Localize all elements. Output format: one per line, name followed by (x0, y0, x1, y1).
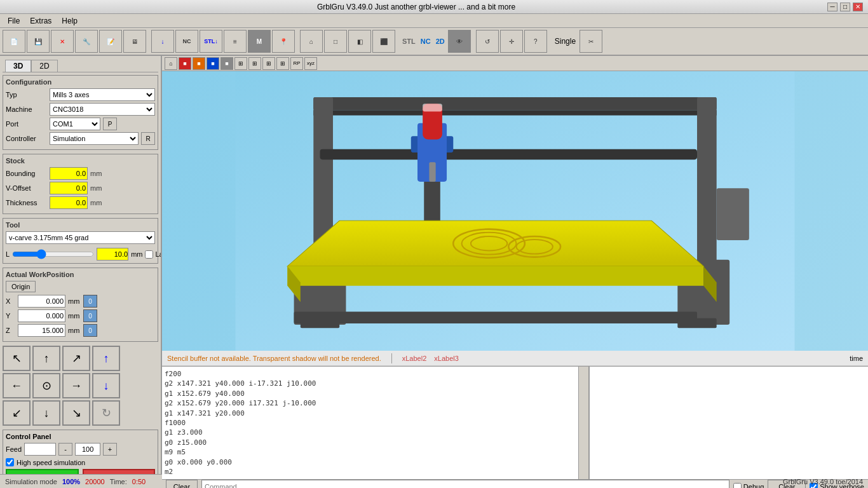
vt-grid3[interactable]: ⊞ (262, 57, 275, 70)
eye-button[interactable]: 👁 (448, 30, 471, 53)
z-zero-button[interactable]: 0 (83, 324, 97, 337)
x-zero-button[interactable]: 0 (83, 295, 97, 308)
vt-orange[interactable]: ■ (193, 57, 205, 70)
vt-grid1[interactable]: ⊞ (234, 57, 247, 70)
controller-select[interactable]: Simulation (50, 132, 139, 145)
jog-right[interactable]: → (62, 373, 90, 398)
lase-checkbox-label[interactable]: Lase (145, 250, 162, 259)
menu-file[interactable]: File (3, 15, 25, 27)
machine-label: Machine (6, 105, 47, 113)
reset-button[interactable]: ↺ (476, 30, 499, 53)
cam-button[interactable]: ⬛ (372, 30, 395, 53)
origin-button[interactable]: Origin (6, 281, 36, 292)
l-slider[interactable] (12, 249, 94, 259)
jog-downleft[interactable]: ↙ (3, 400, 31, 426)
maximize-button[interactable]: □ (840, 3, 850, 11)
vt-grid2[interactable]: ⊞ (248, 57, 261, 70)
thickness-input[interactable] (50, 196, 88, 209)
menu-extras[interactable]: Extras (25, 15, 57, 27)
start-button[interactable]: Start (6, 469, 79, 474)
feed-num-input[interactable] (75, 443, 100, 456)
z-unit: mm (68, 327, 81, 334)
vt-mode1[interactable]: RP (290, 57, 303, 70)
jog-upright[interactable]: ↗ (62, 346, 90, 371)
gcode-line: g2 x147.321 y40.000 i-17.321 j10.000 (165, 379, 576, 388)
jog-rotate[interactable]: ↻ (92, 400, 120, 426)
xlabel2[interactable]: xLabel2 (402, 355, 427, 362)
typ-select[interactable]: Mills 3 axes (50, 88, 155, 101)
high-speed-checkbox[interactable] (6, 458, 14, 466)
command-content[interactable] (590, 367, 868, 479)
menu-help[interactable]: Help (57, 15, 83, 27)
bounding-input[interactable] (50, 167, 88, 180)
question-button[interactable]: ? (524, 30, 547, 53)
pin-button[interactable]: 📍 (272, 30, 295, 53)
gcode-scrollbar[interactable] (578, 367, 588, 479)
arrow-down-button[interactable]: ↓ (151, 30, 174, 53)
stop-button[interactable]: Stop (83, 469, 156, 474)
new-button[interactable]: 📄 (3, 30, 25, 53)
close-button[interactable]: ✕ (853, 3, 863, 11)
gcode-content[interactable]: f200 g2 x147.321 y40.000 i-17.321 j10.00… (162, 367, 578, 479)
edit-button[interactable]: 📝 (99, 30, 122, 53)
box-button[interactable]: □ (324, 30, 347, 53)
surface-button[interactable]: ◧ (348, 30, 371, 53)
jog-center[interactable]: ⊙ (32, 373, 60, 398)
home-button[interactable]: ⌂ (300, 30, 323, 53)
command-area (588, 367, 868, 479)
p-button[interactable]: P (103, 118, 117, 130)
layers-button[interactable]: ≡ (224, 30, 247, 53)
wrench-button[interactable]: 🔧 (75, 30, 98, 53)
y-zero-button[interactable]: 0 (83, 309, 97, 322)
clear-gcode-button[interactable]: Clear (166, 480, 198, 488)
lase-checkbox[interactable] (145, 250, 153, 259)
view-3d[interactable] (162, 71, 868, 351)
feed-input[interactable] (24, 443, 56, 456)
vt-grid4[interactable]: ⊞ (276, 57, 289, 70)
jog-zdown[interactable]: ↓ (92, 373, 120, 398)
tab-2d[interactable]: 2D (31, 60, 57, 72)
jog-downright[interactable]: ↘ (62, 400, 90, 426)
minimize-button[interactable]: ─ (827, 3, 837, 11)
scissors-button[interactable]: ✂ (580, 30, 602, 53)
x-input[interactable] (18, 295, 65, 308)
xlabel3[interactable]: xLabel3 (434, 355, 459, 362)
feed-minus-button[interactable]: - (58, 443, 72, 456)
jog-upleft[interactable]: ↖ (3, 346, 31, 371)
mode-m-button[interactable]: M (248, 30, 271, 53)
r-button[interactable]: R (141, 132, 155, 145)
l-input[interactable] (97, 248, 128, 261)
feed-plus-button[interactable]: + (103, 443, 117, 456)
high-speed-label: High speed simulation (17, 459, 85, 466)
view-button[interactable]: 🖥 (123, 30, 146, 53)
x-label: X (6, 297, 15, 305)
stop-button[interactable]: ✕ (51, 30, 74, 53)
y-unit: mm (68, 312, 81, 320)
jog-down[interactable]: ↓ (32, 400, 60, 426)
stl-down-button[interactable]: STL↓ (200, 30, 222, 53)
machine-select[interactable]: CNC3018 (50, 103, 155, 116)
y-input[interactable] (18, 309, 65, 322)
vt-red[interactable]: ■ (179, 57, 191, 70)
port-row: Port COM1 P (6, 118, 155, 130)
start-stop-row: Start Stop (6, 469, 155, 474)
z-input[interactable] (18, 324, 65, 337)
tool-select[interactable]: v-carve 3.175mm 45 grad (6, 231, 155, 244)
nc-button[interactable]: NC (175, 30, 198, 53)
move-button[interactable]: ✛ (500, 30, 523, 53)
command-input[interactable] (201, 480, 729, 488)
debug-checkbox-label[interactable]: Debug (733, 483, 764, 488)
gcode-line: g2 x152.679 y20.000 i17.321 j-10.000 (165, 398, 576, 408)
vt-xyz[interactable]: xyz (304, 57, 317, 70)
port-select[interactable]: COM1 (50, 118, 100, 130)
vt-blue[interactable]: ■ (207, 57, 219, 70)
save-button[interactable]: 💾 (27, 30, 50, 53)
jog-left[interactable]: ← (3, 373, 31, 398)
jog-up[interactable]: ↑ (32, 346, 60, 371)
tab-3d[interactable]: 3D (5, 60, 31, 72)
voffset-input[interactable] (50, 182, 88, 194)
debug-checkbox[interactable] (733, 483, 742, 488)
vt-home[interactable]: ⌂ (165, 57, 177, 70)
jog-zup[interactable]: ↑ (92, 346, 120, 371)
vt-gray[interactable]: ■ (220, 57, 233, 70)
